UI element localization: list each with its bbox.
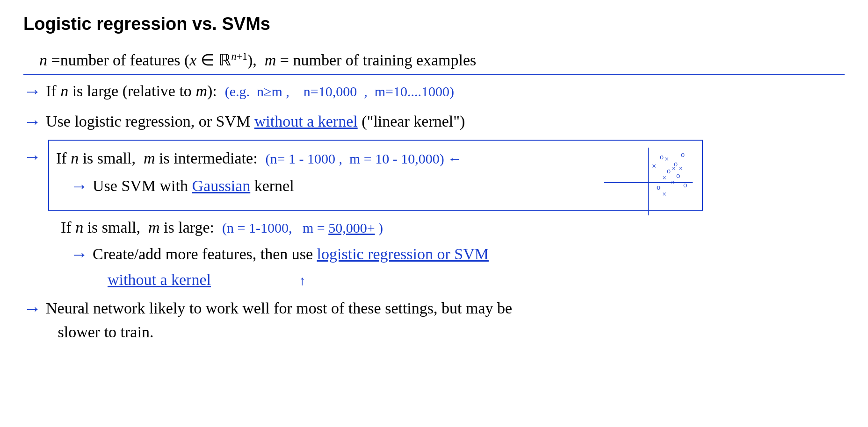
arrow-icon-2: → (23, 108, 41, 135)
arrow-icon-1: → (23, 78, 41, 105)
bullet-create-features: → Create/add more features, then use log… (61, 242, 845, 268)
svg-text:o: o (657, 183, 660, 191)
svg-text:o: o (667, 167, 671, 175)
definition-line: n =number of features (x ∈ ℝn+1), m = nu… (23, 48, 845, 75)
without-kernel-text: without a kernel (108, 271, 211, 288)
bullet-use-logistic-text: Use logistic regression, or SVM without … (46, 109, 465, 133)
bullet-small-n-text: If n is small, m is intermediate: (n= 1 … (56, 146, 462, 170)
svg-text:×: × (662, 174, 666, 182)
svg-text:×: × (671, 178, 675, 186)
arrow-icon-3: → (23, 143, 41, 170)
svg-text:×: × (652, 162, 656, 170)
arrow-icon-6: → (23, 295, 41, 322)
page-title: Logistic regression vs. SVMs (23, 14, 845, 34)
bullet-large-n-text: If n is large (relative to m): (e.g. n≥m… (46, 79, 454, 103)
arrow-icon-5: → (70, 241, 88, 268)
bullet-gaussian-text: Use SVM with Gaussian kernel (93, 174, 294, 198)
bullet-use-logistic: → Use logistic regression, or SVM withou… (23, 109, 845, 135)
svg-text:o: o (676, 171, 680, 179)
bullet-large-n: → If n is large (relative to m): (e.g. n… (23, 79, 845, 105)
bullet-gaussian-kernel: → Use SVM with Gaussian kernel (56, 174, 693, 199)
bullet-neural-network-text: Neural network likely to work well for m… (46, 296, 512, 344)
svg-text:×: × (679, 164, 683, 172)
bullet-small-n-large-m: If n is small, m is large: (n = 1-1000, … (61, 215, 845, 239)
bullet-small-n-large-m-text: If n is small, m is large: (n = 1-1000, … (61, 215, 383, 239)
svg-text:o: o (660, 153, 664, 161)
svg-text:o: o (681, 150, 685, 158)
svg-text:o: o (683, 181, 687, 189)
arrow-icon-4: → (70, 173, 88, 199)
svg-text:×: × (672, 164, 676, 172)
svg-text:×: × (665, 155, 669, 163)
page-container: Logistic regression vs. SVMs n =number o… (23, 14, 845, 344)
scatter-plot: o o o o o o o × × × × × × × (601, 145, 695, 218)
bullet-small-n-intermediate-m: If n is small, m is intermediate: (n= 1 … (56, 146, 693, 170)
without-kernel-line: without a kernel ↑ (108, 268, 845, 292)
bullet-create-features-text: Create/add more features, then use logis… (93, 242, 489, 266)
svg-text:×: × (662, 190, 666, 198)
bullet-neural-network: → Neural network likely to work well for… (23, 296, 845, 344)
